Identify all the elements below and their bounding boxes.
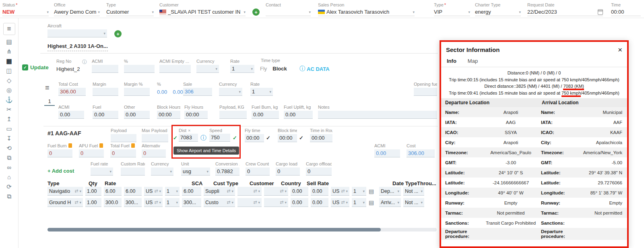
aircraft-tab[interactable]: Highest_2 A310 1A-On... bbox=[47, 43, 108, 51]
flight-type-select[interactable]: VIP▾ bbox=[434, 8, 470, 16]
type-select[interactable]: Customer▾ bbox=[106, 8, 154, 16]
fuel-burn-input[interactable]: 0 bbox=[47, 149, 72, 157]
tag-icon[interactable]: ◎ bbox=[6, 87, 12, 93]
charge-sell-currency-select[interactable]: US⇄▾ bbox=[331, 198, 349, 207]
menu-icon[interactable]: ≡ bbox=[3, 23, 15, 35]
customer-select[interactable]: _SLAVA API TEST customer IN▾ bbox=[159, 8, 246, 16]
request-date-input[interactable]: 22/Dec/2023 bbox=[527, 8, 603, 16]
custom-rate-input[interactable] bbox=[121, 167, 145, 176]
block-time-input[interactable]: 00:00 bbox=[278, 134, 297, 142]
copy-icon[interactable]: ⧉ bbox=[7, 155, 11, 161]
charge-date-type-select[interactable]: Arriv...▾ bbox=[379, 198, 401, 207]
sales-person-select[interactable]: Alex Tarasovich Tarasovich▾ bbox=[318, 8, 415, 16]
charge-currency-select[interactable]: US⇄▾ bbox=[144, 198, 163, 207]
table-icon[interactable]: ▤ bbox=[6, 39, 12, 45]
other-input[interactable]: 0.00 bbox=[124, 111, 150, 119]
add-customer-button[interactable]: + bbox=[252, 8, 260, 16]
clear-icon[interactable]: × bbox=[188, 128, 190, 133]
workflow-icon[interactable]: ⋔ bbox=[6, 48, 12, 54]
charge-through-select[interactable]: Not ...▾ bbox=[403, 187, 424, 196]
unit-select[interactable]: usg▾ bbox=[181, 167, 210, 176]
charge-sell-total[interactable]: 0.00 bbox=[311, 198, 328, 207]
rate-select[interactable]: 1▾ bbox=[230, 65, 254, 73]
inbox-icon[interactable]: ↧ bbox=[6, 135, 12, 141]
apps-grid-icon[interactable]: ▦ bbox=[6, 58, 12, 64]
info-icon[interactable]: ⓘ bbox=[200, 134, 206, 142]
charge-qty-input[interactable]: 1.00 bbox=[85, 187, 101, 196]
notes-input[interactable] bbox=[318, 111, 437, 119]
leg-number-tab[interactable]: 1 bbox=[44, 98, 55, 106]
add-aircraft-button[interactable]: + bbox=[114, 30, 122, 37]
charge-cust-type-select[interactable]: Suppli⇄▾ bbox=[204, 187, 235, 196]
fuel-burn-kg-input[interactable]: 0.00 bbox=[252, 111, 279, 119]
sale-currency-select[interactable]: ▾ bbox=[219, 88, 242, 96]
charge-sell-currency-select[interactable]: US⇄▾ bbox=[331, 187, 349, 196]
attachment-icon[interactable]: ✂ bbox=[6, 106, 12, 112]
payload-input[interactable] bbox=[111, 134, 136, 142]
charge-sell-total[interactable]: 0.00 bbox=[311, 187, 328, 196]
tab-info[interactable]: Info bbox=[447, 58, 456, 64]
ac-data-link[interactable]: ⓘ AC DATA bbox=[299, 65, 330, 72]
close-icon[interactable]: × bbox=[618, 46, 622, 54]
charge-rate-input[interactable]: 6.00 bbox=[104, 187, 122, 196]
charge-sca-value[interactable]: 300... bbox=[182, 198, 201, 207]
update-button[interactable]: ✓ Update bbox=[22, 64, 49, 70]
charge-multiplier-select[interactable]: 1▾ bbox=[165, 198, 180, 207]
total-fuel-input[interactable]: 0 bbox=[110, 149, 136, 157]
charter-type-select[interactable]: energy▾ bbox=[475, 8, 521, 16]
aircraft-select[interactable]: ▾ bbox=[47, 29, 107, 37]
charge-customer-select[interactable]: ⇄▾ bbox=[237, 198, 262, 207]
charge-customer-select[interactable]: ⇄▾ bbox=[237, 187, 262, 196]
fuel-input[interactable]: 0.00 bbox=[93, 111, 118, 119]
charge-rate-total[interactable]: 6.00 bbox=[124, 187, 142, 196]
columns-icon[interactable]: ◫ bbox=[6, 68, 12, 74]
fuel-rate-select[interactable]: ▾ bbox=[91, 167, 113, 176]
margin-input[interactable] bbox=[93, 88, 118, 96]
speed-input[interactable]: 750 bbox=[209, 134, 230, 142]
charge-rate-input[interactable]: 300.0 bbox=[104, 198, 122, 207]
dist-input[interactable]: 7083 bbox=[179, 134, 198, 142]
history-icon[interactable]: ⟲ bbox=[6, 145, 12, 151]
sector-cost-input[interactable]: 306.00 bbox=[407, 149, 435, 157]
acmi-empty-input[interactable] bbox=[159, 65, 191, 73]
cargo-load-input[interactable]: 0 bbox=[276, 167, 300, 176]
fly-toggle[interactable]: Fly bbox=[260, 66, 267, 72]
sale-rate-select[interactable]: 1▾ bbox=[250, 88, 273, 96]
block-hours-input[interactable]: 00:00 bbox=[157, 111, 180, 119]
charge-type-select[interactable]: Ground H⇄▾ bbox=[47, 198, 83, 207]
crew-count-input[interactable]: 0 bbox=[246, 167, 270, 176]
charge-sell-multiplier-select[interactable]: 1▾ bbox=[352, 187, 366, 196]
charge-sell-rate-input[interactable]: 0.00 bbox=[291, 187, 308, 196]
payload-kg-input[interactable] bbox=[219, 111, 247, 119]
charge-qty-input[interactable]: 1.00 bbox=[85, 198, 101, 207]
building-icon[interactable]: ⌂ bbox=[7, 174, 11, 180]
upload-icon[interactable]: ↥ bbox=[6, 116, 12, 122]
calendar-icon[interactable] bbox=[598, 9, 603, 15]
history-2-icon[interactable]: ⟳ bbox=[6, 184, 12, 190]
sector-acmi-input[interactable]: 0.00 bbox=[374, 149, 400, 157]
block-toggle[interactable]: Block bbox=[272, 66, 287, 72]
opening-fuel-input[interactable] bbox=[414, 88, 437, 96]
horizontal-scrollbar-thumb[interactable] bbox=[47, 228, 381, 231]
conversion-input[interactable]: 0.7882 bbox=[215, 167, 239, 176]
vessel-icon[interactable]: ⚓ bbox=[5, 97, 13, 103]
charge-type-select[interactable]: Navigatio⇄▾ bbox=[47, 187, 83, 196]
currency-select[interactable]: ▾ bbox=[196, 65, 219, 73]
apu-fuel-input[interactable]: 0 bbox=[79, 149, 104, 157]
sale-input[interactable]: 306 bbox=[183, 88, 212, 96]
cargo-offload-input[interactable]: 0 bbox=[306, 167, 332, 176]
charge-sell-multiplier-select[interactable]: 1▾ bbox=[352, 198, 366, 207]
alternative-input[interactable]: 0 bbox=[142, 149, 166, 157]
device-icon[interactable]: ▭ bbox=[6, 126, 12, 132]
charge-rate-total[interactable]: 300... bbox=[124, 198, 142, 207]
max-payload-input[interactable] bbox=[142, 134, 168, 142]
acmi-input[interactable] bbox=[92, 65, 118, 73]
charge-currency-select[interactable]: US⇄▾ bbox=[144, 187, 163, 196]
charge-country-select[interactable]: ⇄▾ bbox=[264, 198, 288, 207]
acmi-cost-input[interactable]: 0.00 bbox=[58, 111, 84, 119]
contact-card-icon[interactable]: ▤ bbox=[369, 188, 374, 194]
horizontal-scrollbar-track[interactable] bbox=[47, 228, 437, 231]
tab-map[interactable]: Map bbox=[468, 58, 478, 64]
fly-hours-input[interactable]: 00:00 bbox=[184, 111, 208, 119]
charge-sell-rate-input[interactable]: 0.00 bbox=[291, 198, 308, 207]
